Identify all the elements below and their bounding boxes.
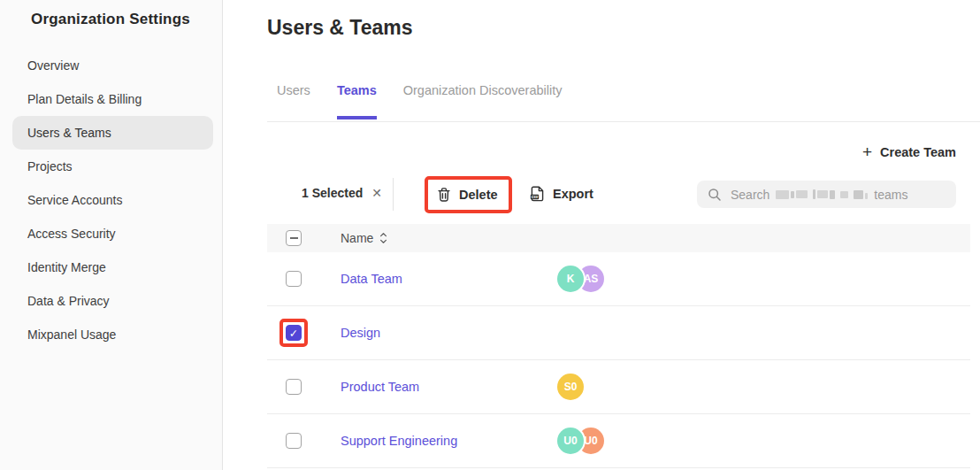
sidebar-item-access-security[interactable]: Access Security — [0, 217, 222, 250]
sidebar-title: Organization Settings — [31, 11, 222, 28]
member-avatars: U0 U0 — [557, 428, 604, 454]
settings-sidebar: Organization Settings Overview Plan Deta… — [0, 0, 223, 470]
selected-count-label: 1 Selected — [302, 186, 363, 200]
search-icon — [708, 188, 722, 202]
sidebar-item-mixpanel-usage[interactable]: Mixpanel Usage — [0, 318, 222, 351]
sidebar-item-service-accounts[interactable]: Service Accounts — [0, 183, 222, 217]
avatar: U0 — [557, 428, 584, 454]
tabs-bar: Users Teams Organization Discoverability — [267, 80, 980, 122]
redacted-org-name — [776, 189, 868, 199]
main-content: Users & Teams Users Teams Organization D… — [223, 0, 980, 470]
toolbar-divider — [393, 178, 394, 211]
teams-table: Name Data Team K AS — [267, 224, 970, 470]
member-avatars: K AS — [557, 266, 604, 292]
sort-icon[interactable] — [379, 232, 387, 244]
trash-icon — [437, 187, 451, 203]
team-name-link[interactable]: Support Engineering — [341, 434, 557, 448]
selection-toolbar: 1 Selected ✕ Delete — [223, 176, 980, 213]
plus-icon: + — [862, 143, 872, 160]
create-team-label: Create Team — [880, 145, 956, 159]
delete-label: Delete — [459, 188, 498, 202]
export-label: Export — [553, 187, 593, 201]
svg-text:csv: csv — [532, 195, 539, 199]
team-name-link[interactable]: Data Team — [341, 272, 557, 286]
name-column-header[interactable]: Name — [341, 231, 387, 245]
row-checkbox[interactable] — [286, 433, 302, 449]
row-checkbox-checked[interactable]: ✓ — [286, 325, 302, 341]
export-button[interactable]: csv Export — [530, 186, 593, 202]
clear-selection-icon[interactable]: ✕ — [371, 186, 382, 200]
member-avatars: S0 — [557, 374, 584, 400]
row-checkbox[interactable] — [286, 271, 302, 287]
select-all-checkbox[interactable] — [286, 230, 302, 246]
sidebar-nav: Overview Plan Details & Billing Users & … — [0, 49, 222, 351]
page-title: Users & Teams — [267, 16, 413, 40]
sidebar-item-overview[interactable]: Overview — [0, 49, 222, 82]
tab-organization-discoverability[interactable]: Organization Discoverability — [403, 80, 563, 119]
checkbox-annotation: ✓ — [279, 319, 308, 347]
table-header-row: Name — [267, 224, 970, 252]
delete-annotation: Delete — [425, 176, 512, 213]
table-row: Product Team S0 — [267, 360, 970, 414]
create-team-button[interactable]: + Create Team — [862, 143, 956, 160]
sidebar-item-plan-details-billing[interactable]: Plan Details & Billing — [0, 82, 222, 116]
team-name-link[interactable]: Product Team — [341, 380, 557, 394]
table-row: Data Team K AS — [267, 252, 970, 306]
sidebar-item-data-privacy[interactable]: Data & Privacy — [0, 284, 222, 318]
table-row: ✓ Design — [267, 306, 970, 360]
search-placeholder: Search teams — [731, 188, 907, 202]
tab-teams[interactable]: Teams — [337, 80, 377, 119]
sidebar-item-projects[interactable]: Projects — [0, 150, 222, 183]
delete-button[interactable]: Delete — [428, 180, 509, 210]
avatar: K — [557, 266, 584, 292]
selected-count: 1 Selected ✕ — [302, 186, 382, 200]
table-row: Support Engineering U0 U0 — [267, 414, 970, 468]
tab-users[interactable]: Users — [277, 80, 310, 119]
row-checkbox[interactable] — [286, 379, 302, 395]
sidebar-item-users-teams[interactable]: Users & Teams — [12, 116, 213, 150]
team-name-link[interactable]: Design — [341, 326, 557, 340]
sidebar-item-identity-merge[interactable]: Identity Merge — [0, 250, 222, 284]
avatar: S0 — [557, 374, 584, 400]
search-input[interactable]: Search teams — [697, 181, 956, 208]
csv-file-icon: csv — [530, 186, 545, 202]
